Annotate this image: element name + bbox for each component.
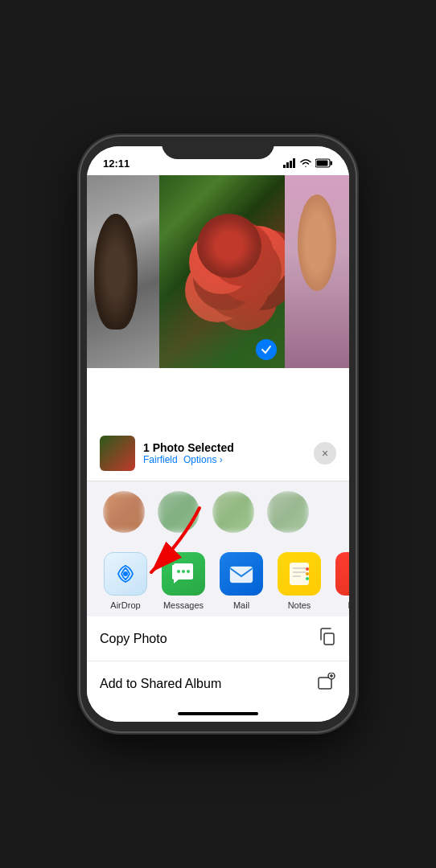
airdrop-icon <box>104 552 147 596</box>
mail-item[interactable]: Mail <box>212 552 270 610</box>
phone-screen: 12:11 <box>87 146 349 722</box>
messages-item[interactable]: Messages <box>154 552 212 610</box>
copy-photo-label: Copy Photo <box>100 632 167 646</box>
svg-point-20 <box>306 577 309 580</box>
dog-photo <box>87 175 159 368</box>
sheet-header: 1 Photo Selected Fairfield Options › × <box>87 426 349 481</box>
photo-right[interactable] <box>285 175 349 368</box>
sheet-title: 1 Photo Selected <box>143 441 306 454</box>
airdrop-label: AirDrop <box>110 600 140 610</box>
svg-rect-6 <box>317 161 328 166</box>
mail-icon <box>220 552 263 596</box>
svg-rect-2 <box>290 161 292 168</box>
svg-point-11 <box>187 570 190 573</box>
sheet-subtitle: Fairfield Options › <box>143 454 306 465</box>
notes-label: Notes <box>288 600 311 610</box>
svg-point-8 <box>123 571 128 576</box>
contact-item-4[interactable] <box>264 491 312 536</box>
contact-avatar-3 <box>212 491 254 533</box>
svg-rect-0 <box>283 165 286 168</box>
svg-rect-1 <box>286 162 289 168</box>
notes-item[interactable]: Notes <box>270 552 328 610</box>
svg-point-9 <box>177 570 180 573</box>
mail-label: Mail <box>233 600 249 610</box>
bottom-sheet: 1 Photo Selected Fairfield Options › × <box>87 426 349 722</box>
messages-label: Messages <box>163 600 204 610</box>
sheet-thumbnail <box>100 436 135 471</box>
photo-center[interactable] <box>159 175 285 368</box>
reminders-icon <box>335 552 349 596</box>
svg-rect-25 <box>324 633 334 645</box>
wifi-icon <box>299 158 312 168</box>
selected-badge <box>256 339 277 360</box>
contact-item[interactable] <box>100 491 148 536</box>
svg-point-18 <box>306 567 309 571</box>
home-indicator <box>87 706 349 722</box>
photo-area[interactable] <box>87 175 349 368</box>
svg-point-19 <box>306 572 309 575</box>
photo-left[interactable] <box>87 175 159 368</box>
svg-rect-26 <box>319 678 331 689</box>
reminders-item[interactable]: Re... <box>328 552 349 610</box>
contact-avatar-2 <box>158 491 199 533</box>
add-to-shared-album-label: Add to Shared Album <box>100 677 221 691</box>
svg-rect-5 <box>331 162 333 166</box>
person-photo <box>285 175 349 368</box>
options-link[interactable]: Options › <box>183 454 223 465</box>
sheet-location: Fairfield <box>143 454 178 465</box>
notes-icon <box>278 552 321 596</box>
status-icons <box>283 158 333 168</box>
svg-rect-12 <box>230 567 253 583</box>
messages-icon <box>162 552 205 596</box>
app-row: AirDrop Messages <box>87 546 349 616</box>
home-bar <box>178 712 258 715</box>
close-button[interactable]: × <box>314 442 336 465</box>
contact-item-3[interactable] <box>209 491 257 536</box>
contact-avatar-4 <box>267 491 309 533</box>
battery-icon <box>315 158 333 168</box>
svg-point-10 <box>182 570 185 573</box>
contact-avatar-1 <box>103 491 145 533</box>
add-to-shared-album-row[interactable]: Add to Shared Album <box>87 661 349 706</box>
copy-photo-row[interactable]: Copy Photo <box>87 616 349 661</box>
contact-item-2[interactable] <box>154 491 203 536</box>
status-time: 12:11 <box>103 158 130 170</box>
contact-row <box>87 481 349 546</box>
copy-icon <box>319 628 336 649</box>
signal-icon <box>283 158 296 168</box>
sheet-header-text: 1 Photo Selected Fairfield Options › <box>143 441 306 465</box>
notch <box>162 137 274 159</box>
reminders-label: Re... <box>348 600 349 610</box>
svg-rect-3 <box>293 158 295 168</box>
airdrop-item[interactable]: AirDrop <box>97 552 154 610</box>
phone-frame: 12:11 <box>80 137 356 731</box>
shared-album-icon <box>317 673 336 694</box>
